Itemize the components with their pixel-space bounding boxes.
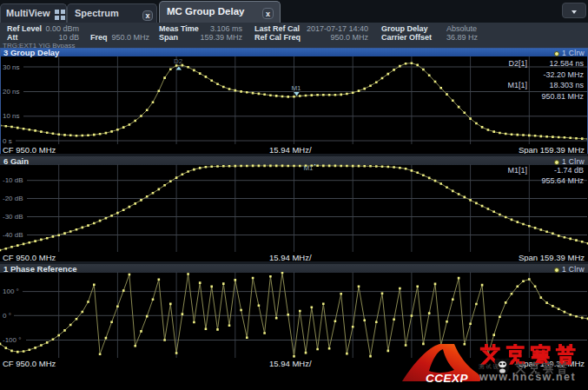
- svg-text:D2: D2: [174, 57, 183, 65]
- svg-text:-30 dB: -30 dB: [3, 213, 23, 221]
- svg-text:D2[1]: D2[1]: [508, 59, 527, 68]
- svg-text:950.81 MHz: 950.81 MHz: [541, 92, 584, 101]
- svg-text:M1[1]: M1[1]: [507, 81, 527, 89]
- svg-text:0 s: 0 s: [3, 137, 12, 145]
- svg-text:100 °: 100 °: [3, 288, 19, 295]
- svg-text:-40 dB: -40 dB: [3, 231, 23, 239]
- svg-text:测 试 设: 测 试 设: [479, 363, 499, 370]
- svg-text:-100 °: -100 °: [3, 336, 21, 344]
- svg-text:M1: M1: [303, 164, 314, 172]
- svg-text:955.64 MHz: 955.64 MHz: [541, 176, 584, 185]
- svg-text:-20 dB: -20 dB: [3, 195, 23, 202]
- svg-text:M1[1]: M1[1]: [507, 166, 527, 175]
- svg-text:12.584 ns: 12.584 ns: [549, 59, 584, 68]
- svg-text:18.303 ns: 18.303 ns: [549, 81, 584, 89]
- svg-text:0 °: 0 °: [3, 312, 11, 320]
- svg-text:20 ns: 20 ns: [3, 88, 20, 96]
- svg-text:30 ns: 30 ns: [3, 63, 20, 71]
- svg-text:M1: M1: [291, 84, 301, 92]
- svg-text:-32.20 MHz: -32.20 MHz: [543, 70, 584, 79]
- svg-text:-1.74 dB: -1.74 dB: [554, 166, 584, 175]
- svg-text:www.hncsw.net: www.hncsw.net: [479, 371, 576, 383]
- svg-text:CCEXP: CCEXP: [426, 372, 469, 385]
- svg-text:-10 dB: -10 dB: [3, 176, 23, 184]
- svg-text:10 ns: 10 ns: [3, 112, 20, 120]
